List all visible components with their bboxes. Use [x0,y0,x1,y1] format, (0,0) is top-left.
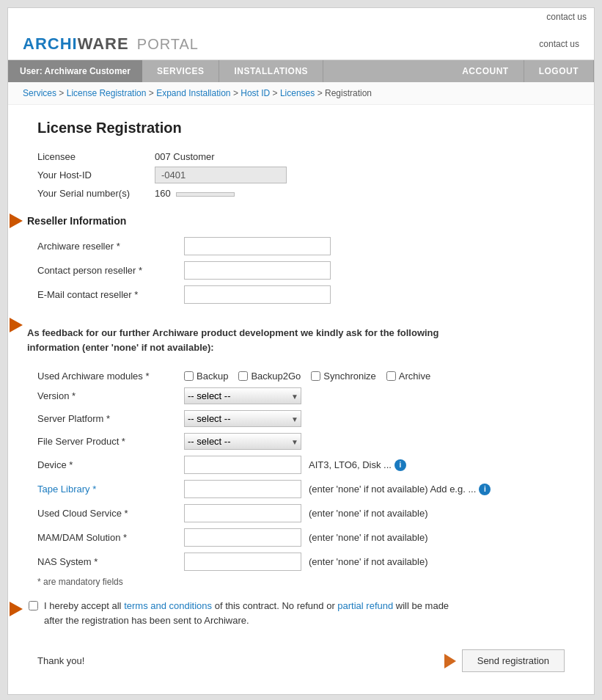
main-content: License Registration Licensee 007 Custom… [8,105,594,694]
email-reseller-label: E-Mail contact reseller * [37,289,184,300]
tape-library-hint: (enter 'none' if not available) Add e.g.… [309,484,476,495]
server-platform-row: Server Platform * -- select -- Linux mac… [37,410,565,427]
archiware-reseller-row: Archiware reseller * [37,237,565,255]
archive-checkbox[interactable] [386,371,396,381]
licensee-row: Licensee 007 Customer [37,151,565,162]
reseller-heading: Reseller Information [27,215,126,227]
server-platform-label: Server Platform * [37,413,184,424]
device-row: Device * AIT3, LTO6, Disk ... i [37,456,565,474]
licensee-value: 007 Customer [155,151,215,162]
footer-row: Thank you! Send registration [37,642,565,672]
server-platform-select-wrapper: -- select -- Linux macOS Windows [184,410,301,427]
mam-input[interactable] [184,528,301,547]
version-row: Version * -- select -- P5 v6 P5 v7 [37,387,565,404]
nas-row: NAS System * (enter 'none' if not availa… [37,553,565,571]
send-arrow-icon [444,654,456,668]
breadcrumb-license-reg[interactable]: License Registration [67,88,147,98]
contact-reseller-row: Contact person reseller * [37,261,565,280]
host-id-row: Your Host-ID -0401 [37,167,565,183]
file-server-select-wrapper: -- select -- None Other [184,433,301,450]
file-server-select[interactable]: -- select -- None Other [184,433,301,450]
serial-row: Your Serial number(s) 160 [37,188,565,199]
page-title: License Registration [37,120,565,136]
checkbox-backup2go[interactable]: Backup2Go [238,371,301,382]
device-input[interactable] [184,456,301,474]
tape-library-input[interactable] [184,480,301,498]
mam-row: MAM/DAM Solution * (enter 'none' if not … [37,528,565,547]
licensee-label: Licensee [37,151,155,162]
nav-services[interactable]: SERVICES [142,60,219,82]
device-hint: AIT3, LTO6, Disk ... [309,459,392,470]
contact-us-link[interactable]: contact us [539,39,579,49]
site-header: ARCHIWARE PORTAL contact us [8,26,594,60]
serial-label: Your Serial number(s) [37,188,155,199]
breadcrumb-hostid[interactable]: Host ID [241,88,270,98]
terms-checkbox[interactable] [29,601,38,610]
cloud-service-hint: (enter 'none' if not available) [309,508,428,519]
feedback-arrow-icon [10,318,23,332]
logo-ware: WARE [78,34,129,53]
version-select-wrapper: -- select -- P5 v6 P5 v7 [184,387,301,404]
nas-label: NAS System * [37,556,184,567]
tape-library-row: Tape Library * (enter 'none' if not avai… [37,480,565,498]
contact-reseller-label: Contact person reseller * [37,265,184,276]
nas-input[interactable] [184,553,301,571]
modules-label: Used Archiware modules * [37,371,184,382]
file-server-label: File Server Product * [37,436,184,447]
modules-row: Used Archiware modules * Backup Backup2G… [37,371,565,382]
device-label: Device * [37,459,184,470]
nas-hint: (enter 'none' if not available) [309,556,428,567]
host-id-label: Your Host-ID [37,169,155,181]
email-reseller-input[interactable] [184,285,331,304]
site-logo: ARCHIWARE PORTAL [23,34,199,54]
breadcrumb-licenses[interactable]: Licenses [280,88,315,98]
file-server-row: File Server Product * -- select -- None … [37,433,565,450]
nav-logout[interactable]: LOGOUT [524,60,594,82]
nav-items: SERVICES INSTALLATIONS ACCOUNT LOGOUT [142,60,594,82]
backup-checkbox[interactable] [184,371,194,381]
cloud-service-row: Used Cloud Service * (enter 'none' if no… [37,504,565,522]
send-registration-button[interactable]: Send registration [462,649,565,672]
checkbox-backup[interactable]: Backup [184,371,228,382]
terms-section: I hereby accept all terms and conditions… [10,599,565,627]
logo-archi: ARCHI [23,34,78,53]
modules-options: Backup Backup2Go Synchronize Archive [184,371,430,382]
checkbox-archive[interactable]: Archive [386,371,430,382]
send-btn-wrapper: Send registration [444,649,565,672]
mam-hint: (enter 'none' if not available) [309,532,428,543]
breadcrumb-services[interactable]: Services [23,88,56,98]
version-label: Version * [37,390,184,401]
archiware-reseller-label: Archiware reseller * [37,241,184,252]
reseller-section: Reseller Information Archiware reseller … [37,214,565,304]
tape-library-label: Tape Library * [37,484,184,495]
mam-label: MAM/DAM Solution * [37,532,184,543]
feedback-text: As feedback for our further Archiware pr… [27,326,482,354]
checkbox-synchronize[interactable]: Synchronize [311,371,376,382]
terms-text: I hereby accept all terms and conditions… [44,599,469,627]
tape-library-info-icon[interactable]: i [479,484,491,495]
contact-reseller-input[interactable] [184,261,331,280]
terms-conditions-link[interactable]: terms and conditions [124,600,212,611]
synchronize-checkbox[interactable] [311,371,320,381]
server-platform-select[interactable]: -- select -- Linux macOS Windows [184,410,301,427]
cloud-service-input[interactable] [184,504,301,522]
email-reseller-row: E-Mail contact reseller * [37,285,565,304]
archiware-reseller-input[interactable] [184,237,331,255]
device-info-icon[interactable]: i [394,459,406,471]
nav-installations[interactable]: INSTALLATIONS [219,60,323,82]
backup2go-checkbox[interactable] [238,371,248,381]
cloud-service-label: Used Cloud Service * [37,508,184,519]
thank-you-text: Thank you! [37,655,84,666]
terms-arrow-icon [10,602,23,616]
nav-bar: User: Archiware Customer SERVICES INSTAL… [8,60,594,82]
host-id-value: -0401 [155,167,287,183]
mandatory-note: * are mandatory fields [37,577,565,587]
logo-portal: PORTAL [137,36,199,52]
partial-refund-link[interactable]: partial refund [337,600,393,611]
contact-us-link[interactable]: contact us [546,12,587,22]
nav-account[interactable]: ACCOUNT [447,60,524,82]
reseller-arrow-icon [10,214,23,228]
nav-user-label: User: Archiware Customer [8,60,142,82]
breadcrumb-expand[interactable]: Expand Installation [156,88,230,98]
version-select[interactable]: -- select -- P5 v6 P5 v7 [184,387,301,404]
